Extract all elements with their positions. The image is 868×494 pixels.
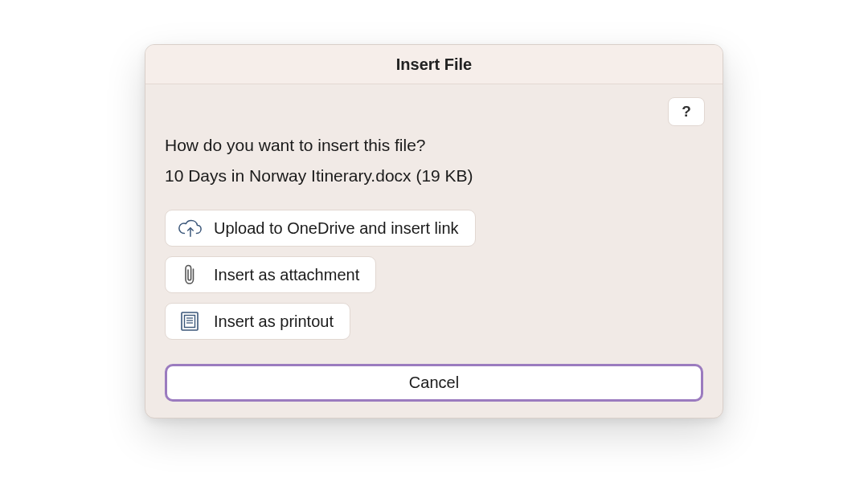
cancel-label: Cancel [409, 374, 459, 391]
file-info-text: 10 Days in Norway Itinerary.docx (19 KB) [165, 166, 703, 186]
cancel-button[interactable]: Cancel [165, 364, 703, 402]
dialog-body: ? How do you want to insert this file? 1… [145, 84, 723, 418]
upload-onedrive-button[interactable]: Upload to OneDrive and insert link [165, 210, 476, 247]
prompt-text: How do you want to insert this file? [165, 136, 703, 155]
svg-rect-1 [185, 316, 195, 328]
insert-attachment-button[interactable]: Insert as attachment [165, 256, 376, 293]
insert-printout-button[interactable]: Insert as printout [165, 303, 350, 340]
option-label: Upload to OneDrive and insert link [214, 219, 459, 238]
dialog-header: Insert File [145, 45, 723, 84]
cloud-upload-icon [177, 217, 203, 239]
option-label: Insert as attachment [214, 266, 359, 284]
option-label: Insert as printout [214, 312, 334, 331]
help-button[interactable]: ? [668, 97, 705, 126]
help-icon: ? [682, 103, 691, 120]
insert-file-dialog: Insert File ? How do you want to insert … [145, 44, 723, 418]
printout-icon [177, 310, 203, 333]
paperclip-icon [177, 263, 203, 286]
dialog-title: Insert File [145, 55, 723, 74]
